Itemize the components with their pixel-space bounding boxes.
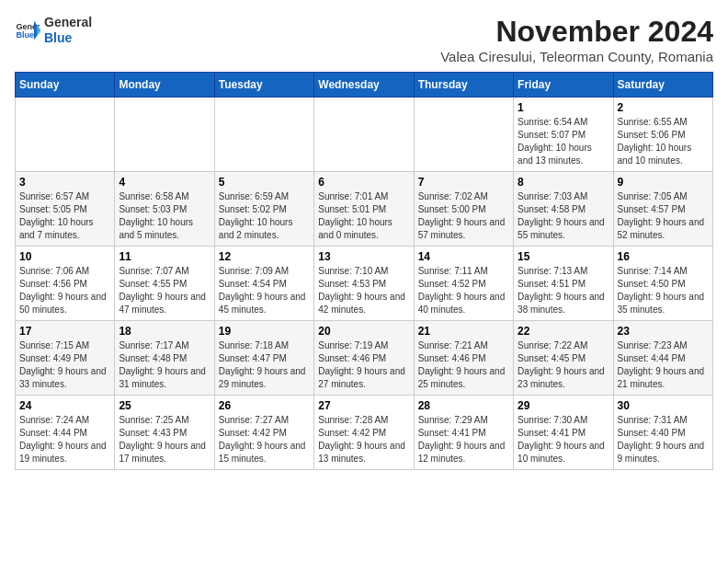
day-cell: 11Sunrise: 7:07 AM Sunset: 4:55 PM Dayli… [115, 247, 214, 321]
day-number: 15 [518, 250, 609, 263]
day-info: Sunrise: 7:22 AM Sunset: 4:45 PM Dayligh… [518, 339, 609, 391]
day-cell: 8Sunrise: 7:03 AM Sunset: 4:58 PM Daylig… [514, 172, 613, 247]
day-cell: 29Sunrise: 7:30 AM Sunset: 4:41 PM Dayli… [514, 396, 613, 470]
day-cell: 26Sunrise: 7:27 AM Sunset: 4:42 PM Dayli… [214, 396, 313, 470]
week-row-2: 3Sunrise: 6:57 AM Sunset: 5:05 PM Daylig… [16, 172, 713, 247]
weekday-header-saturday: Saturday [613, 73, 712, 98]
day-info: Sunrise: 7:02 AM Sunset: 5:00 PM Dayligh… [418, 190, 509, 242]
day-info: Sunrise: 7:15 AM Sunset: 4:49 PM Dayligh… [19, 339, 110, 391]
day-info: Sunrise: 7:07 AM Sunset: 4:55 PM Dayligh… [119, 265, 210, 316]
day-number: 23 [618, 325, 709, 338]
day-cell: 19Sunrise: 7:18 AM Sunset: 4:47 PM Dayli… [214, 321, 313, 396]
weekday-header-wednesday: Wednesday [314, 73, 414, 98]
day-number: 10 [19, 250, 110, 263]
day-number: 29 [518, 399, 609, 412]
weekday-header-friday: Friday [514, 73, 613, 98]
weekday-header-thursday: Thursday [414, 73, 513, 98]
day-cell: 21Sunrise: 7:21 AM Sunset: 4:46 PM Dayli… [414, 321, 513, 396]
day-number: 20 [318, 325, 409, 338]
day-cell [214, 98, 313, 172]
day-info: Sunrise: 7:28 AM Sunset: 4:42 PM Dayligh… [318, 414, 409, 465]
day-number: 17 [19, 325, 110, 338]
day-info: Sunrise: 7:11 AM Sunset: 4:52 PM Dayligh… [418, 265, 509, 316]
day-number: 12 [219, 250, 310, 263]
day-info: Sunrise: 7:01 AM Sunset: 5:01 PM Dayligh… [318, 190, 409, 242]
day-number: 11 [119, 250, 210, 263]
day-info: Sunrise: 6:58 AM Sunset: 5:03 PM Dayligh… [119, 190, 210, 242]
day-cell: 5Sunrise: 6:59 AM Sunset: 5:02 PM Daylig… [214, 172, 313, 247]
day-number: 27 [318, 399, 409, 412]
day-cell: 4Sunrise: 6:58 AM Sunset: 5:03 PM Daylig… [115, 172, 214, 247]
day-cell: 14Sunrise: 7:11 AM Sunset: 4:52 PM Dayli… [414, 247, 513, 321]
day-number: 6 [318, 176, 409, 189]
day-info: Sunrise: 7:30 AM Sunset: 4:41 PM Dayligh… [518, 414, 609, 465]
day-info: Sunrise: 6:55 AM Sunset: 5:06 PM Dayligh… [618, 116, 709, 167]
day-info: Sunrise: 7:24 AM Sunset: 4:44 PM Dayligh… [19, 414, 110, 465]
weekday-header-row: SundayMondayTuesdayWednesdayThursdayFrid… [16, 73, 713, 98]
day-info: Sunrise: 7:13 AM Sunset: 4:51 PM Dayligh… [518, 265, 609, 316]
day-number: 24 [19, 399, 110, 412]
logo-blue-text: Blue [44, 30, 92, 46]
day-cell: 10Sunrise: 7:06 AM Sunset: 4:56 PM Dayli… [16, 247, 115, 321]
day-cell: 7Sunrise: 7:02 AM Sunset: 5:00 PM Daylig… [414, 172, 513, 247]
week-row-4: 17Sunrise: 7:15 AM Sunset: 4:49 PM Dayli… [16, 321, 713, 396]
day-cell: 6Sunrise: 7:01 AM Sunset: 5:01 PM Daylig… [314, 172, 414, 247]
day-cell: 15Sunrise: 7:13 AM Sunset: 4:51 PM Dayli… [514, 247, 613, 321]
day-number: 3 [19, 176, 110, 189]
day-info: Sunrise: 7:05 AM Sunset: 4:57 PM Dayligh… [618, 190, 709, 242]
day-cell: 16Sunrise: 7:14 AM Sunset: 4:50 PM Dayli… [613, 247, 712, 321]
day-number: 28 [418, 399, 509, 412]
day-cell: 25Sunrise: 7:25 AM Sunset: 4:43 PM Dayli… [115, 396, 214, 470]
day-number: 2 [618, 101, 709, 114]
day-info: Sunrise: 7:29 AM Sunset: 4:41 PM Dayligh… [418, 414, 509, 465]
title-area: November 2024 Valea Ciresului, Teleorman… [440, 15, 713, 64]
day-cell: 17Sunrise: 7:15 AM Sunset: 4:49 PM Dayli… [16, 321, 115, 396]
day-cell: 13Sunrise: 7:10 AM Sunset: 4:53 PM Dayli… [314, 247, 414, 321]
day-info: Sunrise: 7:19 AM Sunset: 4:46 PM Dayligh… [318, 339, 409, 391]
day-cell: 2Sunrise: 6:55 AM Sunset: 5:06 PM Daylig… [613, 98, 712, 172]
week-row-5: 24Sunrise: 7:24 AM Sunset: 4:44 PM Dayli… [16, 396, 713, 470]
day-cell: 27Sunrise: 7:28 AM Sunset: 4:42 PM Dayli… [314, 396, 414, 470]
day-info: Sunrise: 7:17 AM Sunset: 4:48 PM Dayligh… [119, 339, 210, 391]
day-cell [314, 98, 414, 172]
weekday-header-tuesday: Tuesday [214, 73, 313, 98]
calendar-table: SundayMondayTuesdayWednesdayThursdayFrid… [15, 72, 713, 470]
day-info: Sunrise: 6:59 AM Sunset: 5:02 PM Dayligh… [219, 190, 310, 242]
day-cell: 1Sunrise: 6:54 AM Sunset: 5:07 PM Daylig… [514, 98, 613, 172]
day-info: Sunrise: 7:14 AM Sunset: 4:50 PM Dayligh… [618, 265, 709, 316]
svg-text:Blue: Blue [16, 30, 34, 40]
day-cell [115, 98, 214, 172]
day-info: Sunrise: 7:25 AM Sunset: 4:43 PM Dayligh… [119, 414, 210, 465]
day-info: Sunrise: 7:21 AM Sunset: 4:46 PM Dayligh… [418, 339, 509, 391]
day-cell [16, 98, 115, 172]
day-info: Sunrise: 7:10 AM Sunset: 4:53 PM Dayligh… [318, 265, 409, 316]
day-cell: 12Sunrise: 7:09 AM Sunset: 4:54 PM Dayli… [214, 247, 313, 321]
logo-general-text: General [44, 15, 92, 30]
location-title: Valea Ciresului, Teleorman County, Roman… [440, 49, 713, 64]
day-cell: 24Sunrise: 7:24 AM Sunset: 4:44 PM Dayli… [16, 396, 115, 470]
day-number: 14 [418, 250, 509, 263]
logo-icon: General Blue [15, 17, 40, 43]
day-info: Sunrise: 6:57 AM Sunset: 5:05 PM Dayligh… [19, 190, 110, 242]
day-cell: 3Sunrise: 6:57 AM Sunset: 5:05 PM Daylig… [16, 172, 115, 247]
day-number: 16 [618, 250, 709, 263]
day-number: 13 [318, 250, 409, 263]
day-number: 26 [219, 399, 310, 412]
day-cell: 23Sunrise: 7:23 AM Sunset: 4:44 PM Dayli… [613, 321, 712, 396]
day-cell [414, 98, 513, 172]
day-info: Sunrise: 7:23 AM Sunset: 4:44 PM Dayligh… [618, 339, 709, 391]
day-number: 8 [518, 176, 609, 189]
day-cell: 22Sunrise: 7:22 AM Sunset: 4:45 PM Dayli… [514, 321, 613, 396]
day-info: Sunrise: 7:09 AM Sunset: 4:54 PM Dayligh… [219, 265, 310, 316]
day-cell: 20Sunrise: 7:19 AM Sunset: 4:46 PM Dayli… [314, 321, 414, 396]
day-number: 30 [618, 399, 709, 412]
day-number: 21 [418, 325, 509, 338]
header: General Blue General Blue November 2024 … [15, 15, 713, 64]
weekday-header-sunday: Sunday [16, 73, 115, 98]
week-row-3: 10Sunrise: 7:06 AM Sunset: 4:56 PM Dayli… [16, 247, 713, 321]
day-number: 18 [119, 325, 210, 338]
day-cell: 30Sunrise: 7:31 AM Sunset: 4:40 PM Dayli… [613, 396, 712, 470]
day-info: Sunrise: 6:54 AM Sunset: 5:07 PM Dayligh… [518, 116, 609, 167]
day-info: Sunrise: 7:27 AM Sunset: 4:42 PM Dayligh… [219, 414, 310, 465]
day-number: 22 [518, 325, 609, 338]
